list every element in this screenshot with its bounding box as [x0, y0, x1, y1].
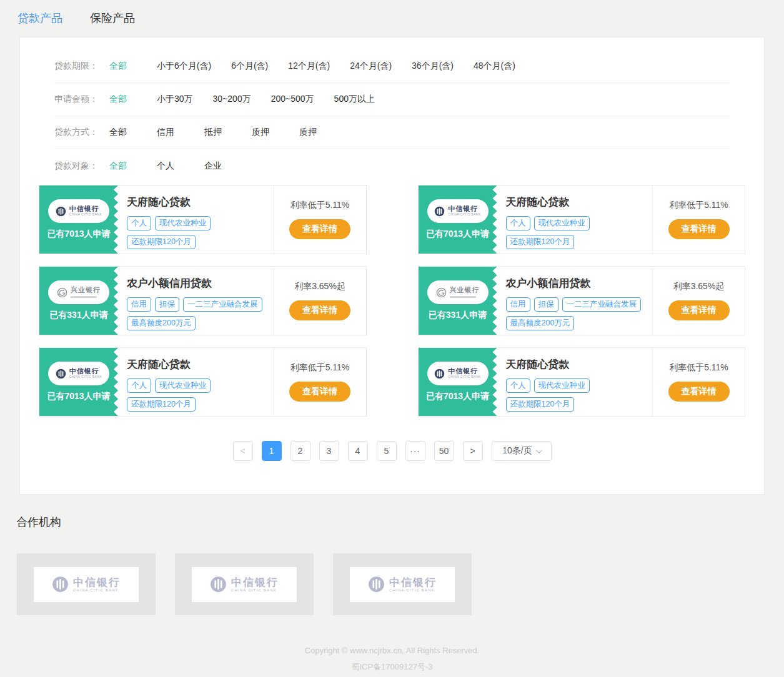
filter-option[interactable]: 12个月(含)	[288, 61, 330, 72]
product-title: 天府随心贷款	[127, 357, 274, 372]
page-button-3[interactable]: 3	[319, 441, 339, 461]
filter-option[interactable]: 信用	[157, 127, 184, 138]
industrial-bank-icon	[57, 287, 67, 298]
pagination: < 1 2 3 4 5 ··· 50 > 10条/页	[20, 441, 764, 461]
product-tag: 现代农业种业	[534, 216, 590, 230]
filter-label: 贷款方式：	[54, 127, 109, 138]
product-card[interactable]: 中信银行 CHINA CITIC BANK 已有7013人申请 天府随心贷款 个…	[418, 185, 746, 254]
filter-option[interactable]: 200~500万	[271, 94, 314, 105]
product-tabs: 贷款产品 保险产品	[0, 0, 784, 37]
product-tags: 信用 担保 一二三产业融合发展 最高额度200万元	[127, 297, 272, 330]
bank-logo: 中信银行 CHINA CITIC BANK	[427, 199, 489, 223]
bank-subtitle: CHINA CITIC BANK	[448, 375, 481, 379]
bank-subtitle: CHINA CITIC BANK	[448, 213, 481, 217]
product-card[interactable]: 中信银行 CHINA CITIC BANK 已有7013人申请 天府随心贷款 个…	[418, 347, 746, 417]
partner-bank-subtitle: CHINA CITIC BANK	[389, 588, 437, 593]
tab-insurance-products[interactable]: 保险产品	[90, 11, 135, 26]
filter-option[interactable]: 全部	[109, 94, 137, 105]
product-tags: 个人 现代农业种业 还款期限120个月	[506, 216, 651, 249]
view-details-button[interactable]: 查看详情	[668, 300, 730, 320]
filter-option[interactable]: 48个月(含)	[474, 61, 515, 72]
product-title: 农户小额信用贷款	[127, 276, 274, 290]
citic-bank-icon	[210, 576, 227, 593]
view-details-button[interactable]: 查看详情	[668, 382, 730, 402]
filter-option[interactable]: 质押	[299, 127, 327, 138]
product-info: 农户小额信用贷款 信用 担保 一二三产业融合发展 最高额度200万元	[497, 267, 653, 335]
partner-bank-name: 中信银行	[231, 576, 279, 588]
filter-option[interactable]: 6个月(含)	[231, 61, 268, 72]
filter-option[interactable]: 个人	[157, 161, 184, 172]
partner-card[interactable]: 中信银行 CHINA CITIC BANK	[17, 553, 156, 615]
tab-loan-products[interactable]: 贷款产品	[17, 11, 62, 26]
product-info: 农户小额信用贷款 信用 担保 一二三产业融合发展 最高额度200万元	[118, 267, 274, 335]
product-card[interactable]: 中信银行 CHINA CITIC BANK 已有7013人申请 天府随心贷款 个…	[39, 185, 367, 254]
view-details-button[interactable]: 查看详情	[289, 382, 350, 402]
bank-subtitle	[71, 296, 97, 298]
icp-number[interactable]: 蜀ICP备17009127号-3	[0, 659, 784, 675]
product-action: 利率低于5.11% 查看详情	[652, 185, 745, 254]
filter-row-loan-target: 贷款对象： 全部 个人 企业	[54, 149, 730, 182]
filter-option[interactable]: 质押	[252, 127, 279, 138]
filter-label: 申请金额：	[54, 94, 109, 105]
filter-option[interactable]: 小于6个月(含)	[157, 61, 211, 72]
page-button-2[interactable]: 2	[290, 441, 310, 461]
product-tag: 信用	[506, 297, 530, 312]
interest-rate: 利率3.65%起	[673, 281, 725, 292]
product-card[interactable]: 兴业银行 已有331人申请 农户小额信用贷款 信用 担保 一二三产业融合发展 最…	[39, 266, 367, 335]
bank-logo: 中信银行 CHINA CITIC BANK	[427, 362, 489, 385]
page-button-4[interactable]: 4	[348, 441, 368, 461]
bank-logo: 兴业银行	[427, 280, 489, 304]
applicant-count: 已有7013人申请	[47, 229, 110, 240]
view-details-button[interactable]: 查看详情	[289, 219, 350, 239]
filter-label: 贷款期限：	[54, 61, 109, 72]
filter-option[interactable]: 企业	[204, 161, 232, 172]
filter-option[interactable]: 500万以上	[334, 94, 375, 105]
bank-name: 兴业银行	[450, 287, 480, 295]
partner-bank-subtitle: CHINA CITIC BANK	[73, 588, 121, 593]
product-tag: 还款期限120个月	[127, 235, 196, 249]
filter-option[interactable]: 24个月(含)	[350, 61, 392, 72]
citic-bank-icon	[434, 368, 445, 379]
bank-subtitle	[450, 296, 476, 298]
page-size-select[interactable]: 10条/页	[492, 441, 552, 461]
filter-option[interactable]: 30~200万	[213, 94, 251, 105]
filter-row-amount: 申请金额： 全部 小于30万 30~200万 200~500万 500万以上	[54, 83, 730, 116]
view-details-button[interactable]: 查看详情	[668, 219, 730, 239]
page-button-5[interactable]: 5	[377, 441, 397, 461]
page-ellipsis-button[interactable]: ···	[405, 441, 425, 461]
applicant-count: 已有331人申请	[429, 310, 487, 321]
main-panel: 贷款期限： 全部 小于6个月(含) 6个月(含) 12个月(含) 24个月(含)…	[19, 37, 765, 495]
citic-bank-icon	[56, 368, 66, 379]
page-button-1[interactable]: 1	[262, 441, 282, 461]
product-tag: 个人	[506, 216, 530, 230]
product-card[interactable]: 中信银行 CHINA CITIC BANK 已有7013人申请 天府随心贷款 个…	[39, 347, 367, 417]
filter-option[interactable]: 小于30万	[157, 94, 193, 105]
product-tag: 一二三产业融合发展	[183, 297, 262, 312]
partner-bank-logo: 中信银行 CHINA CITIC BANK	[350, 567, 455, 602]
partner-bank-subtitle: CHINA CITIC BANK	[231, 588, 279, 593]
chevron-down-icon	[536, 447, 542, 453]
prev-page-button[interactable]: <	[233, 441, 253, 461]
partner-card[interactable]: 中信银行 CHINA CITIC BANK	[333, 553, 472, 615]
page-button-50[interactable]: 50	[434, 441, 454, 461]
applicant-count: 已有7013人申请	[426, 229, 489, 240]
filter-option[interactable]: 全部	[109, 127, 137, 138]
product-info: 天府随心贷款 个人 现代农业种业 还款期限120个月	[497, 348, 653, 416]
bank-logo: 兴业银行	[48, 280, 109, 304]
partner-card[interactable]: 中信银行 CHINA CITIC BANK	[175, 553, 314, 615]
applicant-count: 已有7013人申请	[426, 391, 489, 402]
view-details-button[interactable]: 查看详情	[289, 300, 350, 320]
filter-option[interactable]: 全部	[109, 161, 137, 172]
partners-row: 中信银行 CHINA CITIC BANK 中信银行 CHINA CITIC B…	[17, 553, 784, 615]
filter-option[interactable]: 抵押	[204, 127, 232, 138]
bank-panel: 中信银行 CHINA CITIC BANK 已有7013人申请	[419, 185, 497, 254]
product-title: 天府随心贷款	[127, 195, 274, 209]
product-card[interactable]: 兴业银行 已有331人申请 农户小额信用贷款 信用 担保 一二三产业融合发展 最…	[418, 266, 746, 335]
citic-bank-icon	[56, 206, 66, 217]
filter-option[interactable]: 36个月(含)	[412, 61, 454, 72]
filter-option[interactable]: 全部	[109, 61, 137, 72]
next-page-button[interactable]: >	[463, 441, 483, 461]
product-tag: 担保	[155, 297, 179, 312]
bank-logo: 中信银行 CHINA CITIC BANK	[48, 199, 109, 223]
interest-rate: 利率3.65%起	[294, 281, 345, 292]
